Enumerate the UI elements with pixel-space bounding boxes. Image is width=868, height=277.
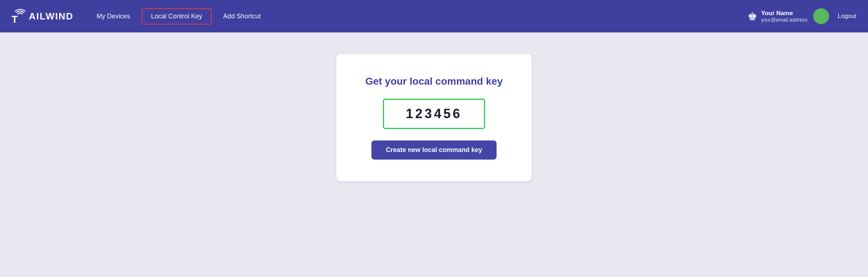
logo: T AILWIND bbox=[12, 9, 74, 23]
main-content: Get your local command key 123456 Create… bbox=[0, 32, 868, 277]
navbar: T AILWIND My Devices Local Control Key A… bbox=[0, 0, 868, 32]
tailwind-logo-icon: T bbox=[12, 9, 29, 23]
user-name: Your Name bbox=[761, 10, 807, 17]
user-details: Your Name your@email.address bbox=[761, 10, 807, 23]
user-info: ♚ Your Name your@email.address bbox=[748, 10, 807, 23]
card-title: Get your local command key bbox=[365, 76, 503, 87]
user-icon: ♚ bbox=[748, 10, 757, 23]
nav-item-add-shortcut[interactable]: Add Shortcut bbox=[215, 9, 269, 24]
command-key-display: 123456 bbox=[383, 99, 485, 129]
nav-item-local-control-key[interactable]: Local Control Key bbox=[142, 8, 212, 24]
nav-item-my-devices[interactable]: My Devices bbox=[88, 9, 139, 24]
nav-links: My Devices Local Control Key Add Shortcu… bbox=[88, 8, 748, 24]
user-email: your@email.address bbox=[761, 17, 807, 23]
logout-button[interactable]: Logout bbox=[838, 13, 856, 20]
command-key-card: Get your local command key 123456 Create… bbox=[336, 54, 532, 181]
svg-text:T: T bbox=[12, 14, 18, 23]
logo-text: AILWIND bbox=[29, 11, 74, 22]
create-new-key-button[interactable]: Create new local command key bbox=[371, 140, 497, 160]
avatar bbox=[813, 8, 829, 24]
user-area: ♚ Your Name your@email.address Logout bbox=[748, 8, 856, 24]
